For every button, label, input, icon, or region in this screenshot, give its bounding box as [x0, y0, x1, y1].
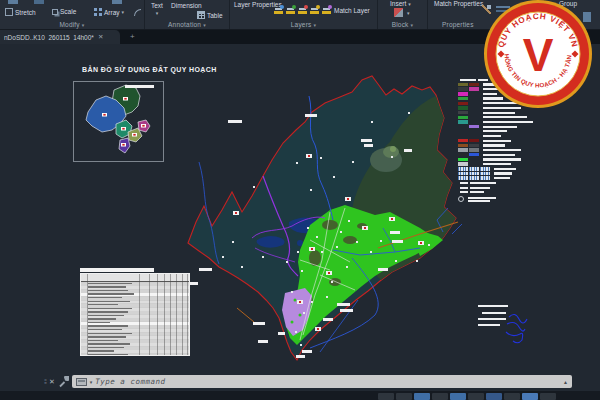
legend-text-bar — [470, 187, 490, 189]
legend-color-swatch — [458, 102, 468, 105]
map-flag-label — [315, 327, 321, 331]
command-expand-icon[interactable]: ▲ — [563, 379, 568, 385]
legend-color-swatch — [458, 148, 468, 151]
map-label — [340, 309, 353, 312]
legend-color-swatch — [458, 116, 468, 119]
status-button[interactable] — [432, 393, 448, 400]
scale-button[interactable]: Scale — [52, 8, 76, 15]
map-label — [378, 268, 388, 271]
map-point-label — [291, 291, 293, 293]
layer-on-icon[interactable] — [274, 6, 283, 14]
signature-block — [478, 305, 533, 347]
layers-panel-label[interactable]: Layers ▾ — [230, 21, 377, 28]
map-point-label — [320, 157, 322, 159]
layer-properties-button[interactable]: Layer Properties — [234, 2, 268, 9]
status-bar — [0, 391, 600, 400]
dimension-button[interactable]: Dimension — [171, 2, 202, 9]
legend-hatch-swatch — [458, 176, 468, 180]
layer-iso-icon[interactable] — [322, 6, 331, 14]
map-label — [390, 231, 400, 234]
new-tab-icon[interactable]: + — [130, 32, 135, 41]
stretch-button[interactable]: Stretch — [5, 8, 36, 16]
legend-color-swatch — [469, 111, 479, 114]
map-label — [199, 268, 212, 271]
table-row — [81, 297, 189, 300]
legend-item — [458, 195, 553, 203]
legend-color-swatch — [469, 125, 479, 128]
customize-wrench-icon[interactable] — [58, 376, 69, 388]
map-point-label — [346, 266, 348, 268]
block-panel-label[interactable]: Block ▾ — [378, 21, 427, 28]
legend-color-swatch — [458, 158, 468, 161]
legend-text-bar — [483, 154, 515, 156]
legend-color-swatch — [469, 144, 479, 147]
command-placeholder: Type a command — [95, 377, 165, 386]
legend-color-swatch — [469, 83, 479, 86]
legend-item — [458, 116, 553, 120]
layer-lock-icon[interactable] — [298, 6, 307, 14]
map-label — [253, 322, 265, 325]
ribbon-panel-modify: Stretch Scale Array ▾ Modify ▾ — [0, 0, 145, 29]
map-flag-label — [326, 271, 332, 275]
command-close-icon[interactable]: ✕ — [49, 378, 55, 386]
map-label — [404, 149, 412, 152]
map-flag-label — [389, 217, 395, 221]
table-button[interactable]: Table — [197, 11, 223, 19]
status-button[interactable] — [450, 393, 466, 400]
map-label — [361, 139, 372, 142]
map-point-label — [348, 220, 350, 222]
table-row — [81, 286, 189, 289]
legend-text-bar — [483, 135, 501, 137]
map-point-label — [331, 281, 333, 283]
map-point-label — [295, 331, 297, 333]
legend-color-swatch — [458, 153, 468, 156]
command-caret-icon[interactable]: ▾ — [90, 379, 93, 385]
map-label — [228, 120, 242, 123]
array-icon — [94, 8, 102, 16]
recent-commands-icon[interactable] — [76, 378, 87, 386]
legend-color-swatch — [469, 153, 479, 156]
insert-button[interactable]: Insert ▾ — [390, 0, 411, 7]
modify-panel-label[interactable]: Modify ▾ — [0, 21, 144, 28]
command-input[interactable]: ▾ Type a command ▲ — [72, 375, 572, 388]
status-button[interactable] — [522, 393, 538, 400]
legend-item — [458, 148, 553, 152]
legend-hatch-swatch — [469, 176, 479, 180]
drawing-tab-active[interactable]: nDoSDD..K10_260115_14h00* ✕ — [0, 30, 120, 44]
legend-color-swatch — [469, 102, 479, 105]
status-button[interactable] — [378, 393, 394, 400]
stretch-icon — [5, 8, 13, 16]
map-point-label — [321, 251, 323, 253]
array-button[interactable]: Array ▾ — [94, 8, 124, 16]
map-point-label — [253, 186, 255, 188]
map-label — [364, 144, 373, 147]
legend-color-swatch — [458, 125, 468, 128]
legend-color-swatch — [458, 130, 468, 133]
legend-item — [458, 130, 553, 134]
block-icon[interactable] — [394, 8, 403, 17]
match-properties-button[interactable]: Match Properties — [434, 1, 474, 8]
table-row — [81, 304, 189, 307]
status-button[interactable] — [396, 393, 412, 400]
status-button[interactable] — [504, 393, 520, 400]
command-drag-handle[interactable]: ⁞⁞ — [44, 378, 46, 385]
legend-text-bar — [483, 144, 505, 146]
text-button[interactable]: Text▾ — [151, 3, 163, 16]
table-row — [81, 354, 189, 356]
map-point-label — [380, 240, 382, 242]
status-button[interactable] — [414, 393, 430, 400]
block-caret-icon[interactable]: ▾ — [407, 10, 410, 16]
legend-hatch-swatch — [469, 167, 479, 171]
status-button[interactable] — [468, 393, 484, 400]
status-button[interactable] — [540, 393, 556, 400]
tab-close-icon[interactable]: ✕ — [98, 33, 103, 41]
map-point-label — [356, 241, 358, 243]
table-column-line — [182, 274, 183, 355]
legend-item — [458, 120, 553, 124]
annotation-panel-label[interactable]: Annotation ▾ — [145, 21, 229, 28]
match-layer-button[interactable]: Match Layer — [334, 7, 370, 14]
fillet-icon[interactable] — [134, 9, 141, 16]
layer-color-icon[interactable] — [310, 6, 319, 14]
layer-freeze-icon[interactable] — [286, 6, 295, 14]
status-button[interactable] — [486, 393, 502, 400]
